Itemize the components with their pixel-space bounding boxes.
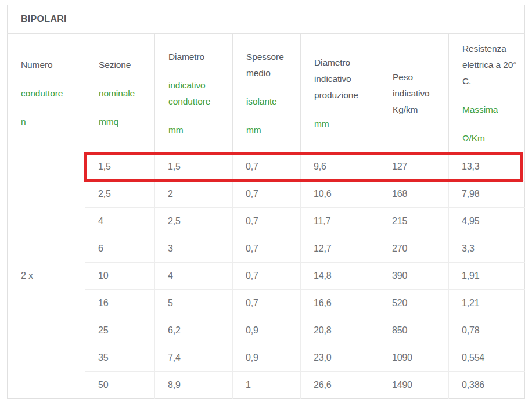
cell-diametro-produzione: 14,8 xyxy=(301,263,379,290)
header-line: Sezione xyxy=(99,57,149,73)
cell-diametro-produzione: 26,6 xyxy=(301,372,379,399)
cell-sezione: 16 xyxy=(85,290,155,317)
table-row: 50 8,9 1 26,6 1490 0,386 xyxy=(8,372,525,399)
cell-diametro-conduttore: 8,9 xyxy=(155,372,233,399)
cell-diametro-produzione: 16,6 xyxy=(301,290,379,317)
cell-sezione: 4 xyxy=(85,208,155,235)
cell-spessore: 0,7 xyxy=(233,263,301,290)
col-header-peso-indicativo: Peso indicativo Kg/km xyxy=(379,34,449,153)
cell-spessore: 0,7 xyxy=(233,153,301,181)
cell-diametro-conduttore: 3 xyxy=(155,235,233,263)
cell-resistenza: 1,91 xyxy=(449,263,525,290)
cell-peso: 390 xyxy=(379,263,449,290)
cell-sezione: 35 xyxy=(85,344,155,372)
bipolari-spec-table: BIPOLARI Numero conduttore n Sezione nom… xyxy=(7,5,525,399)
col-header-numero-conduttore: Numero conduttore n xyxy=(8,34,85,153)
cell-peso: 1490 xyxy=(379,372,449,399)
col-header-diametro-conduttore: Diametro indicativo conduttore mm xyxy=(155,34,233,153)
col-header-resistenza-elettrica: Resistenza elettrica a 20° C. Massima Ω/… xyxy=(449,34,525,153)
cell-peso: 850 xyxy=(379,317,449,344)
header-line: Resistenza elettrica a 20° C. xyxy=(462,41,519,89)
header-line: mm xyxy=(314,116,373,132)
header-line: Numero xyxy=(21,57,79,73)
cell-diametro-produzione: 23,0 xyxy=(301,344,379,372)
table-row: 10 4 0,7 14,8 390 1,91 xyxy=(8,263,525,290)
header-line: indicativo conduttore xyxy=(168,77,227,110)
col-header-spessore-isolante: Spessore medio isolante mm xyxy=(233,34,301,153)
header-line: n xyxy=(21,114,79,130)
spec-table-container: BIPOLARI Numero conduttore n Sezione nom… xyxy=(7,5,525,399)
cell-resistenza: 3,3 xyxy=(449,235,525,263)
cell-resistenza: 0,386 xyxy=(449,372,525,399)
cell-spessore: 0,7 xyxy=(233,181,301,208)
table-row: 35 7,4 0,9 23,0 1090 0,554 xyxy=(8,344,525,372)
table-row: 2,5 2 0,7 10,6 168 7,98 xyxy=(8,181,525,208)
cell-spessore: 0,7 xyxy=(233,290,301,317)
header-line: mm xyxy=(246,122,294,138)
cell-diametro-produzione: 10,6 xyxy=(301,181,379,208)
cell-spessore: 1 xyxy=(233,372,301,399)
cell-diametro-produzione: 12,7 xyxy=(301,235,379,263)
cell-diametro-conduttore: 4 xyxy=(155,263,233,290)
header-line: nominale xyxy=(99,85,149,102)
cell-diametro-produzione: 11,7 xyxy=(301,208,379,235)
cell-peso: 270 xyxy=(379,235,449,263)
cell-sezione: 25 xyxy=(85,317,155,344)
table-row-highlighted: 2 x 1,5 1,5 0,7 9,6 127 13,3 xyxy=(8,153,525,181)
header-line: conduttore xyxy=(21,85,79,102)
table-row: 6 3 0,7 12,7 270 3,3 xyxy=(8,235,525,263)
cell-diametro-conduttore: 1,5 xyxy=(155,153,233,181)
cell-peso: 520 xyxy=(379,290,449,317)
cell-sezione: 10 xyxy=(85,263,155,290)
header-line: Peso indicativo Kg/km xyxy=(393,69,443,118)
cell-spessore: 0,9 xyxy=(233,344,301,372)
cell-resistenza: 7,98 xyxy=(449,181,525,208)
cell-peso: 215 xyxy=(379,208,449,235)
cell-diametro-conduttore: 6,2 xyxy=(155,317,233,344)
table-row: 4 2,5 0,7 11,7 215 4,95 xyxy=(8,208,525,235)
cell-sezione: 50 xyxy=(85,372,155,399)
cell-spessore: 0,9 xyxy=(233,317,301,344)
cell-sezione: 2,5 xyxy=(85,181,155,208)
header-line: Massima xyxy=(462,102,519,118)
cell-peso: 1090 xyxy=(379,344,449,372)
page: BIPOLARI Numero conduttore n Sezione nom… xyxy=(0,0,532,413)
cell-resistenza: 0,554 xyxy=(449,344,525,372)
cell-sezione: 6 xyxy=(85,235,155,263)
table-title: BIPOLARI xyxy=(8,5,525,34)
cell-diametro-produzione: 9,6 xyxy=(301,153,379,181)
merged-conductor-count-cell: 2 x xyxy=(8,153,85,399)
title-row: BIPOLARI xyxy=(8,5,525,34)
cell-resistenza: 0,78 xyxy=(449,317,525,344)
header-line: Spessore medio xyxy=(246,49,294,81)
table-row: 25 6,2 0,9 20,8 850 0,78 xyxy=(8,317,525,344)
header-line: Ω/Km xyxy=(462,130,519,146)
cell-diametro-produzione: 20,8 xyxy=(301,317,379,344)
cell-diametro-conduttore: 5 xyxy=(155,290,233,317)
header-line: isolante xyxy=(246,94,294,110)
cell-spessore: 0,7 xyxy=(233,235,301,263)
cell-spessore: 0,7 xyxy=(233,208,301,235)
header-line: Diametro xyxy=(168,49,227,65)
cell-diametro-conduttore: 2 xyxy=(155,181,233,208)
cell-resistenza: 4,95 xyxy=(449,208,525,235)
cell-diametro-conduttore: 2,5 xyxy=(155,208,233,235)
cell-peso: 168 xyxy=(379,181,449,208)
header-line: mmq xyxy=(99,114,149,130)
col-header-diametro-produzione: Diametro indicativo produzione mm xyxy=(301,34,379,153)
cell-peso: 127 xyxy=(379,153,449,181)
header-row: Numero conduttore n Sezione nominale mmq… xyxy=(8,34,525,153)
cell-sezione: 1,5 xyxy=(85,153,155,181)
cell-resistenza: 13,3 xyxy=(449,153,525,181)
cell-resistenza: 1,21 xyxy=(449,290,525,317)
header-line: Diametro indicativo produzione xyxy=(314,55,373,103)
header-line: mm xyxy=(168,122,227,138)
table-row: 16 5 0,7 16,6 520 1,21 xyxy=(8,290,525,317)
cell-diametro-conduttore: 7,4 xyxy=(155,344,233,372)
col-header-sezione-nominale: Sezione nominale mmq xyxy=(85,34,155,153)
